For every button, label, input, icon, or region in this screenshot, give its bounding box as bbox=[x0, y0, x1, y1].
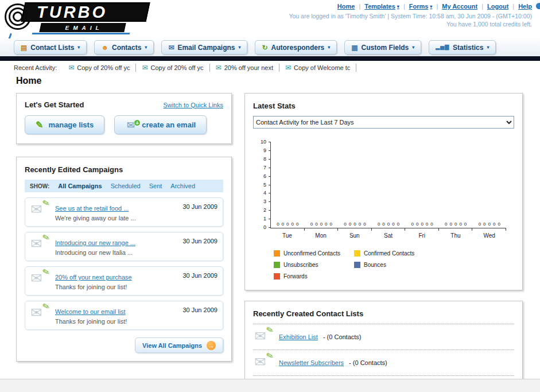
y-tick-mark bbox=[269, 142, 271, 142]
y-tick-label: 8 bbox=[256, 156, 266, 162]
x-tick-label: Wed bbox=[472, 232, 506, 239]
contact-list-row: ✉✎ Exhibition List - (0 Contacts) bbox=[253, 324, 514, 350]
x-tick-label: Sat bbox=[371, 232, 405, 239]
campaign-subtitle: Thanks for joining our list! bbox=[55, 318, 177, 325]
legend-label: Unsubscribes bbox=[283, 262, 318, 268]
bar-value-label: 0 bbox=[277, 222, 279, 227]
campaign-subtitle: We're giving away our late ... bbox=[55, 215, 177, 222]
logo-subtitle-band: EMAIL bbox=[39, 23, 126, 32]
campaign-date: 30 Jun 2009 bbox=[182, 203, 217, 210]
y-tick-mark bbox=[269, 159, 271, 160]
nav-tab-custom-fields[interactable]: ▦ Custom Fields ▾ bbox=[344, 40, 421, 55]
bar-value-label: 0 bbox=[392, 222, 394, 227]
bar-value-label: 0 bbox=[282, 222, 284, 227]
content-area: Let's Get Started Switch to Quick Links … bbox=[16, 93, 523, 392]
top-link-templates[interactable]: Templates▾ bbox=[364, 3, 409, 10]
bar-value-label: 0 bbox=[344, 222, 346, 227]
recent-activity-item[interactable]: ✉ Copy of 20% off yc bbox=[63, 64, 136, 72]
campaign-row: ✉✎ Introducing our new range ... Introdu… bbox=[25, 232, 223, 261]
y-tick-label: 2 bbox=[256, 207, 266, 213]
chart-day-group: 00000 bbox=[439, 142, 473, 228]
top-link-forms[interactable]: Forms▾ bbox=[409, 3, 442, 10]
latest-stats-title: Latest Stats bbox=[253, 102, 296, 110]
list-edit-icon: ✉✎ bbox=[254, 355, 274, 370]
recent-activity-item[interactable]: ✉ 20% off your next bbox=[210, 64, 279, 72]
autoresponders-icon: ↻ bbox=[262, 44, 267, 51]
y-tick-label: 4 bbox=[256, 190, 266, 196]
latest-stats-panel: Latest Stats Contact Activity for the La… bbox=[244, 93, 523, 290]
chevron-down-icon: ▾ bbox=[238, 45, 240, 50]
legend-swatch bbox=[354, 262, 360, 268]
email-campaigns-icon: ✉ bbox=[168, 44, 174, 51]
campaign-edit-icon: ✉✎ bbox=[30, 237, 50, 252]
view-all-campaigns-button[interactable]: View All Campaigns → bbox=[135, 337, 223, 353]
recent-activity-item[interactable]: ✉ Copy of Welcome tc bbox=[279, 64, 356, 72]
contact-list-link[interactable]: Exhibition List bbox=[279, 333, 318, 340]
logo-subtitle: EMAIL bbox=[61, 25, 104, 31]
bar-value-label: 0 bbox=[292, 222, 294, 227]
contact-list-detail: - (0 Contacts) bbox=[323, 333, 362, 340]
chart-day-group: 00000 bbox=[338, 142, 372, 228]
y-tick-label: 3 bbox=[256, 199, 266, 204]
filter-scheduled[interactable]: Scheduled bbox=[111, 183, 141, 189]
envelope-icon: ✉ bbox=[68, 64, 74, 72]
campaign-title-link[interactable]: Introducing our new range ... bbox=[55, 239, 135, 246]
recent-contact-lists-title: Recently Created Contact Lists bbox=[253, 309, 363, 318]
bar-value-label: 0 bbox=[315, 222, 317, 227]
main-nav: ▤ Contact Lists ▾ ☻ Contacts ▾ ✉ Email C… bbox=[0, 38, 540, 56]
x-tick-mark bbox=[304, 228, 305, 231]
recent-activity-item[interactable]: ✉ Copy of 20% off yc bbox=[136, 64, 209, 72]
right-column: Latest Stats Contact Activity for the La… bbox=[244, 93, 523, 392]
top-link-logout[interactable]: Logout bbox=[487, 3, 518, 10]
filter-archived[interactable]: Archived bbox=[170, 183, 195, 189]
x-tick-label: Sun bbox=[337, 232, 371, 239]
bar-value-label: 0 bbox=[320, 222, 323, 227]
nav-tab-contacts[interactable]: ☻ Contacts ▾ bbox=[94, 40, 154, 55]
manage-lists-button[interactable]: ✎ manage lists bbox=[25, 115, 104, 134]
filter-all-campaigns[interactable]: All Campaigns bbox=[58, 183, 102, 189]
create-email-button[interactable]: ✉ + create an email bbox=[114, 115, 207, 134]
chart-day-group: 00000 bbox=[271, 142, 305, 228]
y-tick-mark bbox=[269, 210, 271, 211]
campaign-title-link[interactable]: Welcome to our email list bbox=[55, 308, 126, 315]
bar-value-label: 0 bbox=[445, 222, 447, 227]
footer-strip bbox=[0, 379, 540, 392]
filter-sent[interactable]: Sent bbox=[149, 183, 162, 189]
campaign-title-link[interactable]: 20% off your next purchase bbox=[55, 274, 132, 281]
contact-list-row: ✉✎ Newsletter Subscribers - (0 Contacts) bbox=[253, 350, 514, 376]
bar-value-label: 0 bbox=[454, 222, 457, 227]
get-started-panel: Let's Get Started Switch to Quick Links … bbox=[16, 93, 232, 144]
top-link-home[interactable]: Home bbox=[337, 3, 364, 10]
chart-day-group: 00000 bbox=[472, 142, 506, 228]
y-tick-mark bbox=[269, 185, 271, 185]
nav-tab-label: Contact Lists bbox=[30, 44, 74, 52]
bar-value-label: 0 bbox=[310, 222, 313, 227]
x-tick-mark bbox=[472, 228, 472, 231]
bar-value-label: 0 bbox=[498, 222, 500, 227]
custom-fields-icon: ▦ bbox=[351, 44, 358, 51]
campaign-row: ✉✎ See us at the retail food ... We're g… bbox=[25, 197, 223, 227]
legend-label: Confirmed Contacts bbox=[364, 250, 414, 257]
bar-value-label: 0 bbox=[459, 222, 461, 227]
top-link-my-account[interactable]: My Account bbox=[442, 3, 487, 10]
legend-item: Unsubscribes bbox=[274, 262, 354, 268]
chart-day-group: 00000 bbox=[372, 142, 406, 228]
nav-tab-contact-lists[interactable]: ▤ Contact Lists ▾ bbox=[14, 40, 87, 55]
legend-item: Confirmed Contacts bbox=[354, 250, 434, 257]
nav-tab-email-campaigns[interactable]: ✉ Email Campaigns ▾ bbox=[161, 40, 247, 55]
switch-quick-links-link[interactable]: Switch to Quick Links bbox=[163, 102, 223, 108]
contact-list-link[interactable]: Newsletter Subscribers bbox=[279, 359, 344, 366]
y-tick-label: 10 bbox=[256, 139, 266, 145]
stats-range-select[interactable]: Contact Activity for the Last 7 Days bbox=[253, 116, 514, 129]
nav-tab-autoresponders[interactable]: ↻ Autoresponders ▾ bbox=[255, 40, 337, 55]
y-tick-label: 6 bbox=[256, 173, 266, 179]
campaign-edit-icon: ✉✎ bbox=[30, 306, 50, 321]
campaign-title-link[interactable]: See us at the retail food ... bbox=[55, 205, 129, 212]
legend-label: Bounces bbox=[364, 262, 386, 268]
credits-info: You have 1,000 total credits left. bbox=[446, 21, 532, 28]
nav-tab-statistics[interactable]: ▂▅▇ Statistics ▾ bbox=[429, 40, 496, 55]
top-link-help[interactable]: Help bbox=[518, 3, 532, 10]
y-tick-label: 0 bbox=[256, 224, 266, 230]
bar-value-label: 0 bbox=[378, 222, 380, 227]
legend-label: Unconfirmed Contacts bbox=[283, 250, 340, 257]
